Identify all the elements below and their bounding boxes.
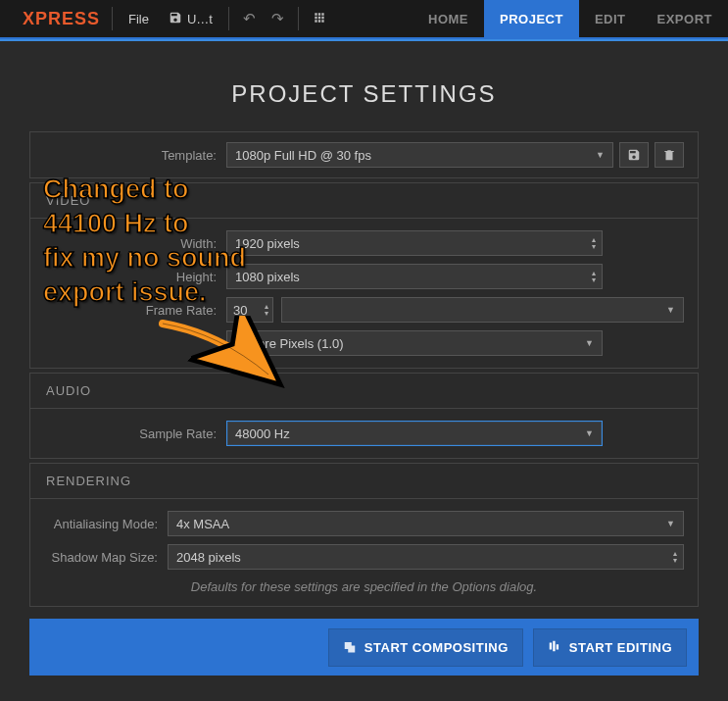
- grid-icon[interactable]: [305, 11, 334, 27]
- shadow-input[interactable]: 2048 pixels ▴▾: [168, 544, 684, 570]
- samplerate-label: Sample Rate:: [44, 426, 226, 441]
- video-header: VIDEO: [30, 183, 698, 219]
- menu-file[interactable]: File: [119, 12, 159, 26]
- width-value: 1920 pixels: [235, 236, 300, 251]
- app-logo: XPRESS: [0, 9, 106, 29]
- defaults-note: Defaults for these settings are specifie…: [44, 579, 684, 594]
- topbar: XPRESS File U…t ↶ ↷ HOME PROJECT EDIT EX…: [0, 0, 728, 39]
- height-value: 1080 pixels: [235, 270, 300, 284]
- menu-save[interactable]: U…t: [159, 11, 222, 27]
- chevron-down-icon: ▼: [666, 519, 675, 528]
- samplerate-value: 48000 Hz: [235, 426, 290, 441]
- redo-button[interactable]: ↷: [264, 10, 292, 27]
- rendering-section: RENDERING Antialiasing Mode: 4x MSAA ▼ S…: [29, 463, 699, 607]
- chevron-down-icon: ▾: [673, 557, 677, 564]
- height-input[interactable]: 1080 pixels ▴▾: [226, 264, 603, 289]
- tab-home[interactable]: HOME: [413, 0, 484, 37]
- chevron-down-icon: ▼: [585, 428, 594, 438]
- framerate-dropdown[interactable]: ▼: [281, 297, 684, 323]
- divider: [112, 7, 113, 30]
- aspect-value: Square Pixels (1.0): [235, 336, 344, 351]
- content: PROJECT SETTINGS Template: 1080p Full HD…: [0, 41, 728, 607]
- width-label: Width:: [44, 236, 226, 251]
- tab-edit[interactable]: EDIT: [579, 0, 642, 37]
- save-template-button[interactable]: [619, 142, 649, 168]
- undo-button[interactable]: ↶: [235, 10, 264, 27]
- framerate-input[interactable]: 30 ▴▾: [226, 297, 273, 323]
- template-dropdown[interactable]: 1080p Full HD @ 30 fps ▼: [226, 142, 613, 168]
- action-bar: START COMPOSITING START EDITING: [29, 619, 699, 676]
- video-section: VIDEO Width: 1920 pixels ▴▾ Height: 1080…: [29, 182, 699, 369]
- start-editing-button[interactable]: START EDITING: [533, 628, 687, 667]
- menu-save-label: U…t: [187, 12, 213, 26]
- editing-icon: [548, 639, 561, 656]
- template-panel: Template: 1080p Full HD @ 30 fps ▼: [29, 131, 699, 178]
- template-label: Template:: [44, 148, 226, 163]
- aa-value: 4x MSAA: [176, 517, 229, 531]
- aspect-dropdown[interactable]: Square Pixels (1.0) ▼: [226, 330, 603, 356]
- rendering-header: RENDERING: [30, 464, 698, 499]
- tab-export[interactable]: EXPORT: [642, 0, 728, 37]
- chevron-down-icon: ▾: [592, 276, 596, 283]
- width-input[interactable]: 1920 pixels ▴▾: [226, 230, 603, 256]
- framerate-value: 30: [233, 303, 247, 318]
- height-label: Height:: [44, 270, 226, 284]
- chevron-down-icon: ▼: [585, 338, 594, 348]
- start-editing-label: START EDITING: [569, 640, 672, 655]
- framerate-label: Frame Rate:: [44, 303, 226, 318]
- start-compositing-label: START COMPOSITING: [364, 640, 509, 655]
- aa-label: Antialiasing Mode:: [44, 517, 168, 531]
- chevron-down-icon: ▼: [596, 150, 605, 160]
- chevron-down-icon: ▾: [592, 243, 596, 250]
- aa-dropdown[interactable]: 4x MSAA ▼: [168, 511, 684, 536]
- divider: [228, 7, 229, 30]
- chevron-down-icon: ▾: [265, 310, 268, 317]
- main-tabs: HOME PROJECT EDIT EXPORT: [413, 0, 728, 37]
- shadow-value: 2048 pixels: [176, 550, 241, 565]
- audio-header: AUDIO: [30, 374, 698, 409]
- divider: [298, 7, 299, 30]
- save-icon: [169, 11, 182, 27]
- samplerate-dropdown[interactable]: 48000 Hz ▼: [226, 421, 603, 446]
- delete-template-button[interactable]: [655, 142, 684, 168]
- page-title: PROJECT SETTINGS: [29, 80, 699, 108]
- tab-project[interactable]: PROJECT: [484, 0, 579, 37]
- chevron-down-icon: ▼: [666, 305, 675, 315]
- start-compositing-button[interactable]: START COMPOSITING: [328, 628, 523, 667]
- shadow-label: Shadow Map Size:: [44, 550, 168, 565]
- template-value: 1080p Full HD @ 30 fps: [235, 148, 371, 163]
- compositing-icon: [343, 639, 357, 656]
- audio-section: AUDIO Sample Rate: 48000 Hz ▼: [29, 373, 699, 459]
